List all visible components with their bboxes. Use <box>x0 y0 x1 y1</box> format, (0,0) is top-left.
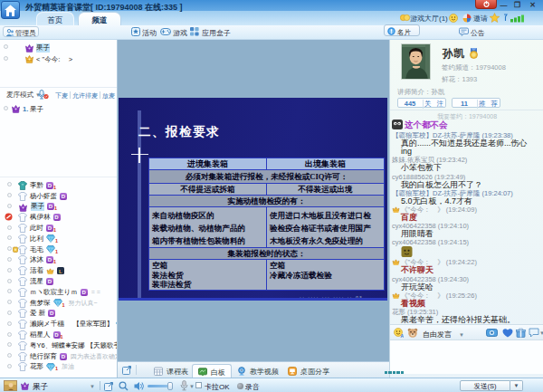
mic-queue-row[interactable]: 1.果子 <box>0 103 117 114</box>
member-name: 毛毛 <box>30 245 43 254</box>
mic-release-link[interactable]: 放麦 <box>102 91 115 100</box>
whiteboard-tab-2[interactable]: 白板 <box>192 364 232 378</box>
popout-window-icon[interactable] <box>104 381 114 391</box>
member-row[interactable]: 枫伊林D <box>0 212 117 223</box>
member-row[interactable]: 此时D1 <box>0 223 117 234</box>
chat-input[interactable] <box>390 340 543 374</box>
record-label[interactable]: 录音 <box>245 382 260 392</box>
member-gold-badge-icon <box>13 246 18 253</box>
purple-d-badge-icon: D <box>46 278 53 285</box>
admin-button[interactable]: 管理员 <box>3 26 39 37</box>
chat-nick-text: cyx406422358 (19:24:15) <box>392 238 469 246</box>
minimize-button[interactable]: — <box>498 1 510 9</box>
slide-title: 二、报检要求 <box>138 124 220 140</box>
whiteboard-tab-3[interactable]: 教学视频 <box>232 364 284 378</box>
game-hall-button[interactable]: 游戏大厅(1) <box>400 14 448 24</box>
purple-d-badge-icon: D <box>53 331 61 339</box>
volume-slider-handle[interactable] <box>167 382 173 390</box>
whiteboard-tab-label: 白板 <box>211 368 225 377</box>
member-row[interactable]: 毛毛1 <box>0 244 117 255</box>
top-user-row[interactable]: < "今今: > <box>0 53 117 65</box>
chevron-down-icon[interactable]: ▼ <box>90 384 95 389</box>
radio-icon <box>7 235 12 240</box>
chevron-down-icon[interactable]: ▼ <box>539 330 543 336</box>
app-box-button[interactable]: 应用盒子 <box>202 28 231 38</box>
medal-icon <box>469 48 479 59</box>
favorite-button[interactable] <box>490 13 500 23</box>
send-button[interactable]: 发送(S) <box>460 380 510 391</box>
karaoke-checkbox[interactable] <box>195 382 202 388</box>
member-row[interactable]: 焦梦琛1努力认真~ <box>0 298 117 309</box>
member-row[interactable]: 活着L <box>0 265 117 276</box>
red-count-badge: 1 <box>53 259 56 264</box>
member-row[interactable]: 沐沐D1 <box>0 255 117 266</box>
member-row[interactable]: 花形1加油 <box>0 362 117 373</box>
diamond-badge-icon <box>46 363 55 371</box>
member-row[interactable]: 稻星人D1 <box>0 330 117 340</box>
emoticon-picker-icon[interactable]: A <box>394 328 404 338</box>
heart-icon[interactable] <box>502 328 513 338</box>
mic-allow-link[interactable]: 允许排麦 <box>72 91 98 100</box>
member-row[interactable]: ｍヽ歌宸主りｍD= = <box>0 287 117 298</box>
card-button[interactable]: 名片 <box>384 24 420 36</box>
search-icon[interactable] <box>119 381 129 391</box>
whiteboard-tab-4[interactable]: 桌面分享 <box>282 364 335 378</box>
speaker-icon[interactable] <box>134 381 145 391</box>
chat-message-list: 【霸狼军校】DZ-扶苏-萨摩隆 (19:23:38)真的......不知道是我还… <box>392 131 543 324</box>
mic-mode-label[interactable]: 麦序模式 ▼ <box>6 91 41 100</box>
member-row[interactable]: 杨小虾蛋D <box>0 191 117 202</box>
share-button[interactable] <box>462 14 472 23</box>
table-header-cell: 进境集装箱 <box>149 158 267 170</box>
purple-crown-icon <box>11 103 21 113</box>
ban-icon <box>5 213 13 221</box>
shirt-icon <box>18 245 27 254</box>
mic-lock-icon[interactable] <box>38 90 49 100</box>
shirt-icon <box>18 277 27 286</box>
mic-down-link[interactable]: 下麦 <box>55 91 68 100</box>
invite-button[interactable]: 邀请 <box>473 14 488 24</box>
recommend-button[interactable]: 11 推 荐 <box>452 98 500 108</box>
shirt-icon <box>18 299 27 308</box>
video-icon[interactable] <box>486 328 498 338</box>
member-row[interactable]: 比利1 <box>0 234 117 244</box>
gift-icon[interactable] <box>516 328 526 338</box>
schedule-icon <box>154 367 163 376</box>
karaoke-label: 卡拉OK <box>205 382 230 392</box>
divider <box>0 177 117 177</box>
table-cell: 空箱 冷藏冷冻适载检验 <box>267 260 385 291</box>
member-row[interactable]: 果子D1 <box>0 202 117 213</box>
splitter-grip[interactable] <box>385 371 408 374</box>
tab-channel[interactable]: 频道 <box>78 12 121 25</box>
member-row[interactable]: 濑娴メ千穗 【皇家军团】 <box>0 319 117 330</box>
member-row[interactable]: 粤Y6、蝴蝶❋安娜 【天籁歌手】 <box>0 340 117 351</box>
magic-emoticon-icon[interactable] <box>407 328 418 338</box>
member-left-slot <box>5 224 18 233</box>
home-button[interactable] <box>1 1 20 19</box>
maximize-button[interactable]: ❐ <box>511 1 523 9</box>
member-name: 此时 <box>30 224 43 233</box>
chevron-down-icon[interactable]: ▼ <box>189 384 195 389</box>
follow-label: 关 注 <box>423 100 446 109</box>
member-row[interactable]: 流星D <box>0 276 117 287</box>
whiteboard-tab-1[interactable]: 课程表 <box>148 364 194 378</box>
member-row[interactable]: 爱 新D <box>0 309 117 320</box>
send-options-caret[interactable]: ▼ <box>510 380 523 391</box>
emotion-button[interactable] <box>449 14 458 23</box>
tab-home[interactable]: 首页 <box>36 12 74 25</box>
radio-icon <box>4 56 8 61</box>
purple-crown-icon <box>20 380 30 390</box>
activity-button[interactable]: 活动 <box>142 28 157 38</box>
close-button[interactable]: ✕ <box>527 1 538 9</box>
follow-button[interactable]: 445 关 注 <box>397 98 446 108</box>
member-row[interactable]: 李黔D1 <box>0 180 117 191</box>
popout-icon[interactable] <box>122 365 132 375</box>
top-user-row[interactable]: 果子 <box>0 42 117 53</box>
speech-mode-select[interactable]: 自由发言 ▼ <box>423 330 464 339</box>
notice-button[interactable]: 公告 <box>471 28 485 38</box>
chat-bubble-icon[interactable] <box>529 328 539 338</box>
whiteboard-tab-label: 课程表 <box>167 368 188 376</box>
quit-channel-button[interactable] <box>475 0 497 9</box>
microphone-icon[interactable] <box>180 380 188 391</box>
game-button[interactable]: 游戏 <box>173 28 187 38</box>
member-row[interactable]: 绝行探育D因为表达喜欢确定无疑 <box>0 351 117 362</box>
